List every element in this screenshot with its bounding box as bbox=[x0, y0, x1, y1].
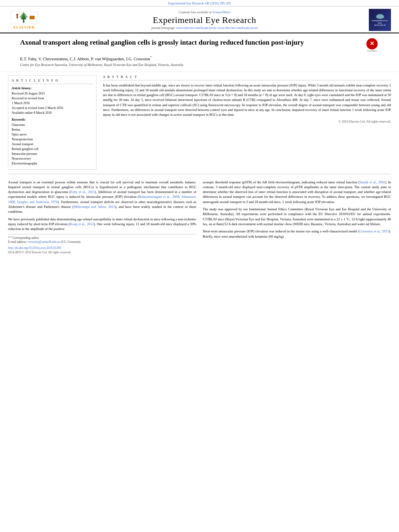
crossmark-area: ✕ CrossMark bbox=[365, 38, 379, 52]
journal-center-info: Contents lists available at ScienceDirec… bbox=[40, 10, 369, 30]
issn-line: 0014-4835/© 2016 Elsevier Ltd. All right… bbox=[8, 251, 196, 254]
homepage-prefix: journal homepage: bbox=[151, 26, 175, 30]
keyword-8: Electroretinography bbox=[12, 161, 93, 166]
keywords-label: Keywords: bbox=[12, 118, 93, 121]
keyword-4: Axonal transport bbox=[12, 142, 93, 147]
article-title-text: Axonal transport along retinal ganglion … bbox=[20, 38, 365, 47]
ref-balaratnasingam[interactable]: Balaratnasingam et al., 2008; Johansson,… bbox=[8, 195, 196, 203]
available-online: Available online 8 March 2016 bbox=[12, 111, 93, 115]
corresponding-sup: * bbox=[150, 55, 152, 59]
article-info-box: A R T I C L E I N F O Article history: R… bbox=[8, 75, 97, 170]
journal-logo-badge: EXPERIMENTALEYERESEARCH bbox=[369, 9, 391, 31]
sciencedirect-link[interactable]: ScienceDirect bbox=[212, 10, 230, 14]
accepted-date: Accepted in revised form 2 March 2016 bbox=[12, 106, 93, 111]
authors-text: E.T. Fahy, V. Chrysostomou, C.J. Abbott,… bbox=[20, 57, 150, 61]
keyword-1: Retina bbox=[12, 127, 93, 132]
journal-reference-bar: Experimental Eye Research 146 (2016) 289… bbox=[0, 0, 399, 6]
page-wrapper: Experimental Eye Research 146 (2016) 289… bbox=[0, 0, 399, 532]
journal-reference-text: Experimental Eye Research 146 (2016) 289… bbox=[168, 2, 231, 5]
email-footnote: E-mail address: crowston@unimelb.edu.au … bbox=[8, 240, 196, 244]
svg-point-4 bbox=[16, 14, 18, 16]
elsevier-wordmark: ELSEVIER bbox=[13, 25, 35, 29]
email-suffix: (J.G. Crowston). bbox=[61, 240, 81, 244]
article-main-title-row: Axonal transport along retinal ganglion … bbox=[20, 38, 379, 52]
article-authors: E.T. Fahy, V. Chrysostomou, C.J. Abbott,… bbox=[20, 55, 379, 61]
journal-logo-eye-icon bbox=[376, 14, 384, 19]
corresponding-label: * Corresponding author. bbox=[10, 236, 40, 240]
crossmark-icon: ✕ bbox=[366, 38, 378, 49]
homepage-url[interactable]: www.elsevier.com/locate/yexer bbox=[217, 26, 257, 30]
abstract-section: A B S T R A C T It has been established … bbox=[103, 75, 391, 123]
doi-line[interactable]: http://dx.doi.org/10.1016/j.exer.2016.03… bbox=[8, 246, 196, 250]
article-title-section: Axonal transport along retinal ganglion … bbox=[0, 33, 399, 72]
body-col-left: Axonal transport is an essential process… bbox=[8, 180, 196, 254]
ref-millecamps[interactable]: Millecamps and Julien, 2013 bbox=[74, 205, 115, 209]
ref-crowston[interactable]: Crowston et al., 2015 bbox=[359, 229, 389, 233]
journal-logo-text: EXPERIMENTALEYERESEARCH bbox=[372, 20, 388, 27]
svg-rect-1 bbox=[23, 19, 25, 23]
keyword-0: Glaucoma bbox=[12, 123, 93, 127]
elsevier-logo-area: ELSEVIER bbox=[8, 10, 40, 29]
body-col-right: scotopic threshold response (pSTR) of th… bbox=[203, 180, 391, 254]
section-divider bbox=[8, 174, 391, 174]
abstract-label: A B S T R A C T bbox=[103, 75, 391, 80]
corresponding-author-note: * * Corresponding author. bbox=[8, 236, 196, 240]
crossmark-label: CrossMark bbox=[367, 50, 376, 53]
received-revised-date: 1 March 2016 bbox=[12, 101, 93, 106]
footnote-area: * * Corresponding author. E-mail address… bbox=[8, 234, 196, 254]
article-info-column: A R T I C L E I N F O Article history: R… bbox=[8, 75, 97, 170]
body-para-3: scotopic threshold response (pSTR) of th… bbox=[203, 180, 391, 205]
journal-header: ELSEVIER Contents lists available at Sci… bbox=[0, 6, 399, 33]
sciencedirect-line: Contents lists available at ScienceDirec… bbox=[40, 10, 369, 14]
email-label: E-mail address: bbox=[8, 240, 27, 244]
keyword-5: Retinal ganglion cell bbox=[12, 147, 93, 152]
received-revised-label: Received in revised form bbox=[12, 96, 93, 101]
homepage-link[interactable]: www.elsevier.com/locate/yexer bbox=[176, 26, 216, 30]
received-date: Received 26 August 2015 bbox=[12, 91, 93, 96]
elsevier-logo-svg bbox=[9, 10, 39, 25]
article-info-abstract-layout: A R T I C L E I N F O Article history: R… bbox=[0, 72, 399, 170]
abstract-column: A B S T R A C T It has been established … bbox=[103, 75, 391, 170]
copyright-line: © 2016 Elsevier Ltd. All rights reserved… bbox=[103, 120, 391, 123]
ref-fahy-2015[interactable]: Fahy et al., 2015 bbox=[71, 190, 95, 194]
keyword-7: Neurorecovery bbox=[12, 156, 93, 161]
body-para-2: We have previously published data demons… bbox=[8, 217, 196, 232]
journal-homepage: journal homepage: www.elsevier.com/locat… bbox=[40, 26, 369, 30]
ref-kong[interactable]: Kong et al., 2012 bbox=[70, 222, 94, 226]
svg-rect-5 bbox=[16, 16, 18, 18]
body-para-1: Axonal transport is an essential process… bbox=[8, 180, 196, 214]
tori-text: tori bbox=[284, 217, 289, 221]
body-text-layout: Axonal transport is an essential process… bbox=[0, 178, 399, 257]
article-affiliation: Centre for Eye Research Australia, Unive… bbox=[20, 63, 379, 67]
journal-title: Experimental Eye Research bbox=[40, 15, 369, 25]
body-para-4: The study was approved by our Institutio… bbox=[203, 207, 391, 226]
article-info-label: A R T I C L E I N F O bbox=[12, 79, 93, 84]
email-link[interactable]: crowston@unimelb.edu.au bbox=[28, 240, 60, 244]
keywords-list: Glaucoma Retina Optic nerve Neuroprotect… bbox=[12, 123, 93, 166]
keyword-6: Intraocular pressure bbox=[12, 152, 93, 156]
sciencedirect-prefix: Contents lists available at bbox=[179, 10, 212, 14]
ref-saszik[interactable]: Saszik et al., 2002 bbox=[360, 180, 385, 184]
keyword-3: Neuroprotection bbox=[12, 137, 93, 142]
body-para-5: Short-term intraocular pressure (IOP) el… bbox=[203, 229, 391, 239]
abstract-text: It has been established that beyond midd… bbox=[103, 83, 391, 117]
keyword-2: Optic nerve bbox=[12, 132, 93, 137]
history-label: Article history: bbox=[12, 86, 93, 90]
svg-marker-3 bbox=[19, 12, 28, 18]
